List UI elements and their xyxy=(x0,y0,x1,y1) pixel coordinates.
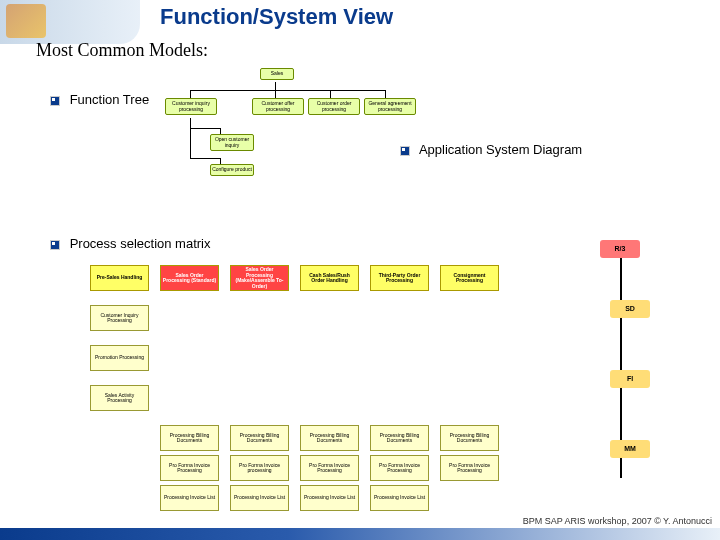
psm-g3-0: Processing Invoice List xyxy=(160,485,219,511)
page-title: Function/System View xyxy=(160,4,393,30)
bullet-label: Process selection matrix xyxy=(70,236,211,251)
psm-g2-3: Pro Forma Invoice Processing xyxy=(370,455,429,481)
app-box-sd: SD xyxy=(610,300,650,318)
ft-l1-2: Customer order processing xyxy=(308,98,360,115)
psm-g3-1: Processing Invoice List xyxy=(230,485,289,511)
psm-g1-3: Processing Billing Documents xyxy=(370,425,429,451)
psm-r1-2: Sales Order Processing (Make/Assemble To… xyxy=(230,265,289,291)
ft-l2-1: Configure product xyxy=(210,164,254,176)
footer-text: BPM SAP ARIS workshop, 2007 © Y. Antonuc… xyxy=(523,516,712,526)
bullet-psm: Process selection matrix xyxy=(50,236,211,251)
app-box-fi: FI xyxy=(610,370,650,388)
function-tree-diagram: Sales Customer inquiry processing Custom… xyxy=(160,68,460,198)
psm-g1-1: Processing Billing Documents xyxy=(230,425,289,451)
psm-g3-3: Processing Invoice List xyxy=(370,485,429,511)
psm-r1-5: Consignment Processing xyxy=(440,265,499,291)
psm-g1-2: Processing Billing Documents xyxy=(300,425,359,451)
ft-l1-0: Customer inquiry processing xyxy=(165,98,217,115)
bullet-label: Function Tree xyxy=(70,92,150,107)
psm-r1-3: Cash Sales/Rush Order Handling xyxy=(300,265,359,291)
psm-g2-2: Pro Forma Invoice Processing xyxy=(300,455,359,481)
psm-r1-0: Pre-Sales Handling xyxy=(90,265,149,291)
bullet-icon xyxy=(50,240,60,250)
psm-col-2: Sales Activity Processing xyxy=(90,385,149,411)
psm-g2-1: Pro Forma Invoice processing xyxy=(230,455,289,481)
psm-col-0: Customer Inquiry Processing xyxy=(90,305,149,331)
ft-root: Sales xyxy=(260,68,294,80)
psm-g2-0: Pro Forma Invoice Processing xyxy=(160,455,219,481)
psm-col-1: Promotion Processing xyxy=(90,345,149,371)
footer-bar xyxy=(0,528,720,540)
psm-g3-2: Processing Invoice List xyxy=(300,485,359,511)
psm-r1-1: Sales Order Processing (Standard) xyxy=(160,265,219,291)
bullet-function-tree: Function Tree xyxy=(50,92,149,107)
ft-l2-0: Open customer inquiry xyxy=(210,134,254,151)
psm-g1-0: Processing Billing Documents xyxy=(160,425,219,451)
ft-l1-3: General agreement processing xyxy=(364,98,416,115)
header-accent-image xyxy=(0,0,140,44)
psm-g1-4: Processing Billing Documents xyxy=(440,425,499,451)
app-box-mm: MM xyxy=(610,440,650,458)
psm-r1-4: Third-Party Order Processing xyxy=(370,265,429,291)
ft-l1-1: Customer offer processing xyxy=(252,98,304,115)
app-box-r3: R/3 xyxy=(600,240,640,258)
bullet-icon xyxy=(50,96,60,106)
psm-g2-4: Pro Forma Invoice Processing xyxy=(440,455,499,481)
subtitle: Most Common Models: xyxy=(36,40,208,61)
